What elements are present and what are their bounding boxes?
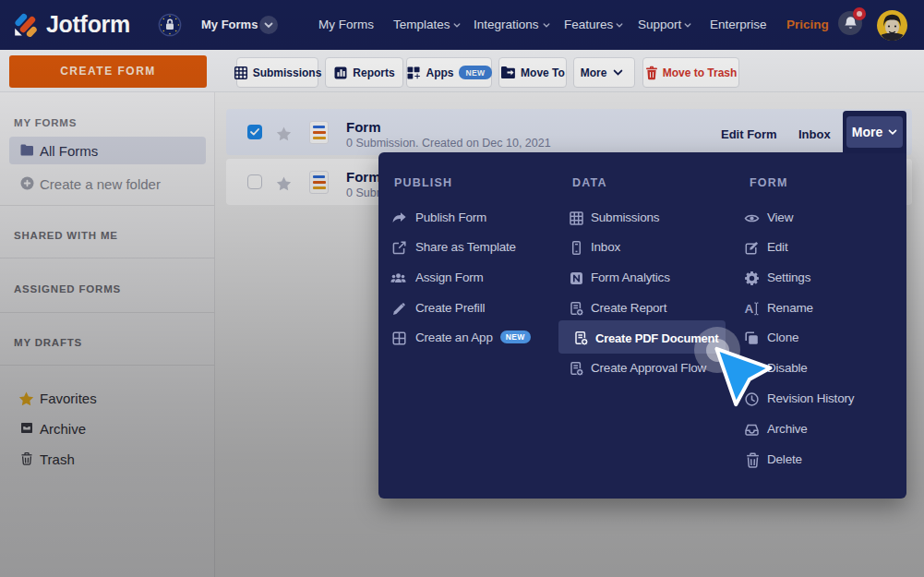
svg-text:A: A [745, 302, 754, 316]
